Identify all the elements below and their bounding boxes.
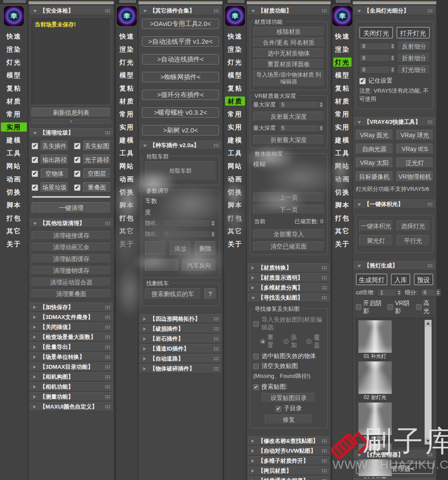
scroll-up-icon[interactable]: [425, 320, 432, 327]
panel-button[interactable]: 清理运动混合器: [32, 278, 111, 287]
grip-icon[interactable]: [428, 264, 432, 268]
sidebar-item-打包[interactable]: 打包: [117, 213, 137, 222]
rollout-header[interactable]: 【一键体积光】: [354, 200, 435, 209]
grip-icon[interactable]: [214, 357, 219, 361]
spinner-arrows-icon[interactable]: [390, 43, 395, 50]
rollout-header[interactable]: 【种车插件 v2.0a】: [140, 141, 221, 150]
sidebar-item-工具[interactable]: 工具: [333, 148, 351, 158]
panel-button[interactable]: 合并/更名 同名材质: [253, 38, 324, 47]
panel-button[interactable]: 场景垃圾: [41, 182, 68, 193]
spinner-up-icon[interactable]: [391, 56, 394, 58]
sidebar-item-关于[interactable]: 关于: [225, 239, 245, 248]
grip-icon[interactable]: [428, 120, 432, 124]
sidebar-item-建模[interactable]: 建模: [1, 135, 27, 145]
panel-button[interactable]: 移除材质: [253, 27, 324, 36]
sidebar-item-建模[interactable]: 建模: [117, 135, 137, 145]
spinner-up-icon[interactable]: [398, 290, 400, 292]
sidebar-item-渲染[interactable]: 渲染: [225, 45, 245, 54]
sidebar-item-其它[interactable]: 其它: [333, 226, 351, 235]
sidebar-item-网站[interactable]: 网站: [333, 161, 351, 171]
panel-button[interactable]: >刷树 v2.0<: [142, 125, 219, 135]
grip-icon[interactable]: [214, 367, 219, 371]
panel-button[interactable]: 自由光源: [356, 144, 393, 154]
rollout-header[interactable]: 【其他垃圾清理】: [30, 219, 113, 228]
light-preview-image[interactable]: [358, 361, 392, 394]
sidebar-item-渲染[interactable]: 渲染: [117, 45, 137, 54]
drag-handle[interactable]: [336, 0, 351, 3]
panel-button[interactable]: VRay IES: [396, 144, 434, 154]
sidebar-item-灯光[interactable]: 灯光: [1, 58, 27, 67]
sidebar-item-网站[interactable]: 网站: [225, 161, 245, 171]
panel-button[interactable]: [145, 241, 166, 256]
grip-icon[interactable]: [322, 459, 327, 463]
grip-icon[interactable]: [105, 385, 110, 389]
sidebar-item-灯光[interactable]: 灯光: [117, 58, 137, 67]
sidebar-item-网站[interactable]: 网站: [1, 161, 27, 171]
spinner-down-icon[interactable]: [437, 293, 439, 295]
spinner-down-icon[interactable]: [398, 293, 400, 295]
sidebar-item-模型[interactable]: 模型: [117, 71, 137, 80]
rollout-header[interactable]: 【全局灯光细分】: [354, 6, 435, 15]
rollout-header[interactable]: 【材质显示透明】: [248, 273, 329, 282]
rollout-header[interactable]: 【自动道路】: [140, 354, 221, 363]
rollout-header[interactable]: 【批量导出】: [30, 342, 113, 351]
checkbox[interactable]: [359, 78, 366, 84]
panel-button[interactable]: 全部重导入: [253, 229, 324, 239]
grip-icon[interactable]: [322, 286, 327, 290]
rollout-header[interactable]: 【相机功能】: [30, 382, 113, 391]
sidebar-item-工具[interactable]: 工具: [225, 148, 245, 158]
spinner-up-icon[interactable]: [212, 232, 214, 234]
rollout-header[interactable]: 【物体破碎插件】: [140, 364, 221, 373]
spinner-up-icon[interactable]: [391, 44, 394, 46]
sidebar-item-常用[interactable]: 常用: [333, 110, 351, 119]
grip-icon[interactable]: [214, 9, 219, 13]
sidebar-item-切换[interactable]: 切换: [1, 187, 27, 197]
checkbox[interactable]: [74, 157, 81, 163]
sidebar-item-复粘[interactable]: 复粘: [225, 84, 245, 93]
checkbox[interactable]: [74, 171, 81, 177]
drag-handle[interactable]: [228, 0, 244, 3]
grip-icon[interactable]: [105, 316, 110, 319]
light-preview-image[interactable]: [358, 320, 392, 353]
rollout-header[interactable]: 【多维子材质炸开】: [248, 456, 329, 465]
grip-icon[interactable]: [322, 266, 327, 270]
sidebar-item-常用[interactable]: 常用: [117, 110, 137, 119]
light-preset-item[interactable]: 02 射灯光: [358, 361, 392, 401]
drag-handle[interactable]: [119, 0, 136, 3]
spinner-arrows-icon[interactable]: [318, 125, 324, 132]
sidebar-item-材质[interactable]: 材质: [117, 97, 137, 106]
checkbox[interactable]: [32, 171, 38, 177]
panel-button[interactable]: 导入场景/选中物体材质 到编辑器: [253, 70, 324, 87]
sidebar-item-建模[interactable]: 建模: [333, 135, 351, 145]
panel-button[interactable]: ?: [204, 288, 216, 300]
sidebar-item-复粘[interactable]: 复粘: [333, 84, 351, 93]
panel-button[interactable]: 聚光灯: [359, 235, 393, 246]
info-listbox[interactable]: 当前场景未保存!: [32, 19, 111, 105]
panel-button[interactable]: 反射细分: [398, 42, 430, 51]
sidebar-item-实用[interactable]: 实用: [333, 122, 351, 132]
sidebar-item-动画[interactable]: 动画: [1, 174, 27, 184]
radio-icon[interactable]: [306, 339, 312, 344]
grip-icon[interactable]: [322, 439, 327, 443]
rollout-header[interactable]: 【灯光管理器】: [354, 450, 435, 459]
sidebar-item-切换[interactable]: 切换: [117, 187, 137, 197]
rollout-header[interactable]: 【清理垃圾】: [30, 128, 113, 137]
panel-button[interactable]: 折射细分: [398, 54, 430, 62]
spinner-field[interactable]: [162, 219, 216, 227]
light-preset-item[interactable]: 03 竹简灯: [358, 403, 392, 442]
rollout-header[interactable]: 【四边形网格拓扑】: [140, 314, 221, 323]
spinner-arrows-icon[interactable]: [390, 66, 395, 73]
sidebar-item-建模[interactable]: 建模: [225, 135, 245, 145]
grip-icon[interactable]: [105, 306, 110, 309]
rollout-header[interactable]: 【VRAY4/3快捷工具】: [354, 117, 435, 126]
rollout-header[interactable]: 【材质通道主程序】: [248, 476, 329, 480]
panel-button[interactable]: 丢失贴图: [83, 141, 111, 151]
radio-option[interactable]: 重置: [260, 334, 278, 349]
panel-button[interactable]: 输出路径: [41, 155, 68, 165]
sidebar-item-常用[interactable]: 常用: [225, 110, 245, 119]
spinner-down-icon[interactable]: [391, 47, 394, 48]
spinner-up-icon[interactable]: [437, 290, 439, 292]
spinner-arrows-icon[interactable]: [396, 289, 402, 296]
radio-icon[interactable]: [284, 339, 289, 344]
rollout-header[interactable]: 【材质功能】: [248, 6, 329, 15]
